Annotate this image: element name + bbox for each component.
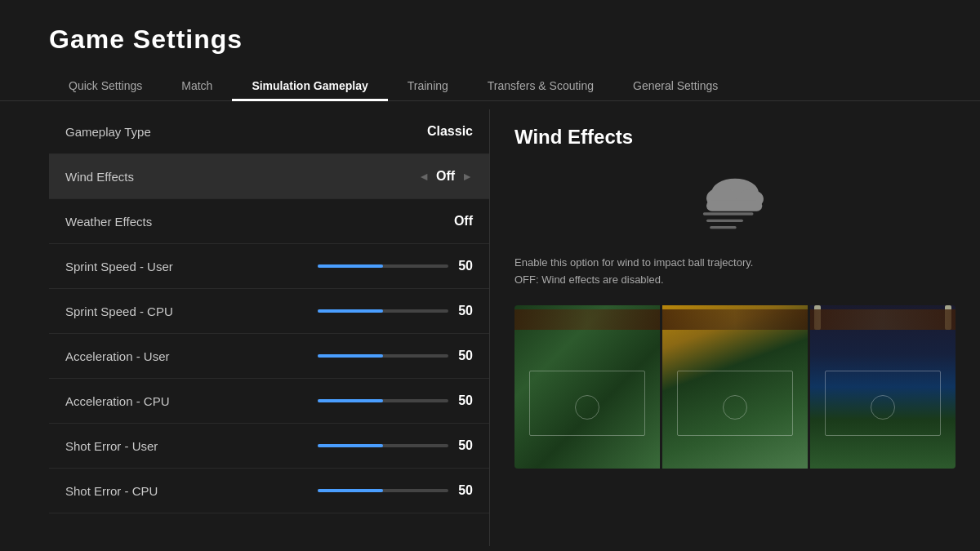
nav-tabs: Quick Settings Match Simulation Gameplay… [0,71,980,101]
wind-icon-area [514,173,956,230]
stadium-preview-2 [662,305,808,469]
sprint-speed-user-label: Sprint Speed - User [65,260,173,273]
gameplay-type-value: Classic [427,124,473,139]
detail-description: Enable this option for wind to impact ba… [514,255,956,289]
stadium-center-circle-1 [575,395,599,420]
stadium-center-circle-3 [871,395,895,420]
sprint-speed-cpu-track[interactable] [318,309,448,313]
wind-arrow-right-icon[interactable]: ► [461,170,473,183]
shot-error-cpu-track[interactable] [318,489,448,492]
acceleration-user-fill [318,354,383,358]
sprint-speed-cpu-label: Sprint Speed - CPU [65,304,173,318]
setting-acceleration-user[interactable]: Acceleration - User 50 [49,334,489,379]
setting-shot-error-cpu[interactable]: Shot Error - CPU 50 [49,469,489,513]
wind-effects-toggle[interactable]: ◄ Off ► [418,169,473,184]
setting-wind-effects[interactable]: Wind Effects ◄ Off ► [49,154,489,199]
detail-panel: Wind Effects Enable this option for wind… [490,109,980,546]
setting-shot-error-user[interactable]: Shot Error - User 50 [49,424,489,469]
sprint-speed-cpu-slider-row: 50 [318,304,473,318]
sprint-speed-user-slider-row: 50 [318,259,473,273]
page-title: Game Settings [0,0,980,71]
stadium-preview-3 [810,305,956,469]
stadium-preview-1 [514,305,660,469]
content-area: Gameplay Type Classic Wind Effects ◄ Off… [0,101,980,546]
tab-training[interactable]: Training [388,71,468,100]
sprint-speed-user-value: 50 [458,259,473,273]
shot-error-user-fill [318,444,383,447]
acceleration-cpu-value: 50 [458,393,473,408]
tab-general-settings[interactable]: General Settings [613,71,737,100]
acceleration-cpu-fill [318,399,383,402]
shot-error-user-label: Shot Error - User [65,439,158,453]
setting-acceleration-cpu[interactable]: Acceleration - CPU 50 [49,379,489,424]
wind-arrow-left-icon[interactable]: ◄ [418,170,430,183]
sprint-speed-user-track[interactable] [318,264,448,268]
setting-sprint-speed-cpu[interactable]: Sprint Speed - CPU 50 [49,289,489,334]
tab-quick-settings[interactable]: Quick Settings [49,71,162,100]
detail-title: Wind Effects [514,126,956,149]
shot-error-user-slider-row: 50 [318,438,473,453]
acceleration-user-track[interactable] [318,354,448,358]
tab-simulation-gameplay[interactable]: Simulation Gameplay [232,71,387,100]
stadium-crowds-2 [662,309,808,330]
stadium-crowds-3 [810,309,956,330]
acceleration-cpu-label: Acceleration - CPU [65,394,170,408]
tab-match[interactable]: Match [162,71,232,100]
wind-effects-value: Off [436,169,455,184]
shot-error-user-track[interactable] [318,444,448,447]
settings-list: Gameplay Type Classic Wind Effects ◄ Off… [49,109,490,546]
gameplay-type-label: Gameplay Type [65,125,151,139]
acceleration-user-label: Acceleration - User [65,349,170,363]
wind-cloud-icon [694,173,776,230]
weather-effects-value: Off [454,214,473,229]
shot-error-cpu-slider-row: 50 [318,483,473,498]
shot-error-user-value: 50 [458,438,473,453]
stadium-center-circle-2 [723,395,747,420]
setting-gameplay-type[interactable]: Gameplay Type Classic [49,109,489,154]
setting-weather-effects[interactable]: Weather Effects Off [49,199,489,244]
sprint-speed-cpu-fill [318,309,383,313]
acceleration-cpu-track[interactable] [318,399,448,402]
acceleration-user-value: 50 [458,349,473,363]
stadium-crowds-1 [514,309,660,330]
setting-sprint-speed-user[interactable]: Sprint Speed - User 50 [49,244,489,289]
acceleration-user-slider-row: 50 [318,349,473,363]
acceleration-cpu-slider-row: 50 [318,393,473,408]
shot-error-cpu-label: Shot Error - CPU [65,484,158,498]
wind-effects-label: Wind Effects [65,170,134,184]
sprint-speed-cpu-value: 50 [458,304,473,318]
shot-error-cpu-fill [318,489,383,492]
weather-effects-label: Weather Effects [65,215,152,229]
sprint-speed-user-fill [318,264,383,268]
stadium-preview [514,305,956,469]
svg-rect-3 [706,200,762,211]
tab-transfers-scouting[interactable]: Transfers & Scouting [468,71,613,100]
shot-error-cpu-value: 50 [458,483,473,498]
